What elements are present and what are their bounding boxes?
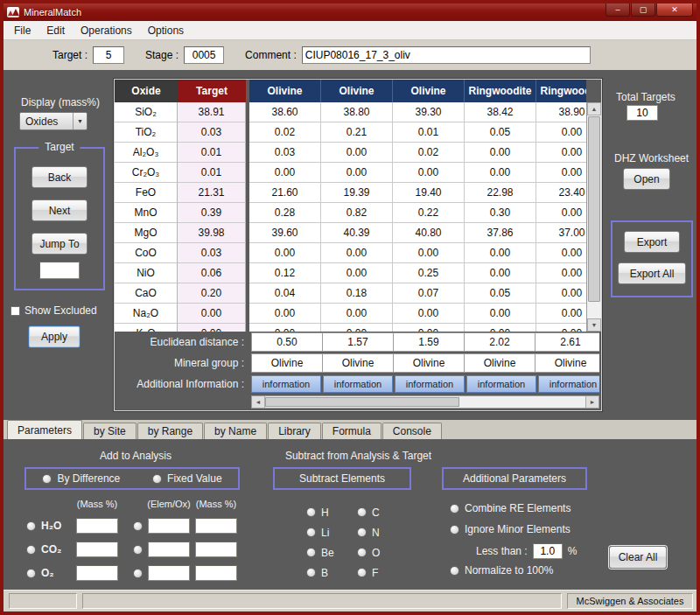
element-radio-be[interactable] — [306, 548, 316, 557]
apply-button[interactable]: Apply — [28, 325, 80, 348]
horizontal-scroll-thumb[interactable] — [265, 397, 459, 407]
additional-parameters-button[interactable]: Additional Parameters — [442, 467, 587, 490]
element-option-h[interactable]: H — [306, 504, 357, 521]
element-radio-h[interactable] — [306, 507, 316, 517]
menu-options[interactable]: Options — [140, 22, 192, 39]
vertical-scroll-track[interactable] — [587, 303, 601, 318]
tab-formula[interactable]: Formula — [322, 423, 382, 439]
horizontal-scroll-track[interactable] — [459, 396, 585, 408]
comment-input[interactable] — [302, 46, 591, 64]
menu-operations[interactable]: Operations — [73, 22, 140, 39]
element-option-o[interactable]: O — [357, 544, 408, 561]
element-radio-n[interactable] — [357, 528, 367, 537]
elem-ox-input[interactable] — [148, 542, 190, 557]
element-radio-o[interactable] — [357, 548, 367, 557]
close-icon[interactable]: ✕ — [656, 3, 693, 17]
total-targets-value: 10 — [626, 105, 658, 121]
element-radio-b[interactable] — [306, 568, 316, 577]
export-all-button[interactable]: Export All — [618, 262, 686, 284]
export-button[interactable]: Export — [624, 231, 680, 253]
compound-mass-input[interactable] — [76, 542, 118, 557]
value-cell: 0.00 — [321, 163, 393, 183]
scroll-left-icon[interactable]: ◄ — [252, 396, 265, 408]
horizontal-scrollbar[interactable]: ◄ ► — [251, 395, 599, 409]
target-value-cell: 0.00 — [178, 324, 246, 332]
clear-all-button[interactable]: Clear All — [609, 546, 667, 569]
scroll-right-icon[interactable]: ► — [585, 396, 598, 408]
jump-to-button[interactable]: Jump To — [32, 233, 88, 255]
by-difference-radio[interactable] — [42, 474, 52, 484]
stage-input[interactable] — [184, 46, 224, 64]
compound-mass-input[interactable] — [76, 518, 118, 534]
menu-file[interactable]: File — [6, 22, 38, 39]
table-row: Cr₂O₃0.010.000.000.000.000.00 — [115, 163, 601, 183]
elem-ox-row — [133, 565, 237, 581]
tab-by-range[interactable]: by Range — [137, 423, 203, 439]
elem-ox-input[interactable] — [148, 518, 190, 534]
back-button[interactable]: Back — [32, 166, 88, 188]
compound-radio-h-o[interactable] — [26, 521, 36, 531]
fixed-value-radio[interactable] — [152, 474, 162, 484]
show-excluded-checkbox[interactable] — [10, 306, 20, 316]
ignore-minor-option[interactable]: Ignore Minor Elements — [450, 523, 570, 535]
information-button[interactable]: information — [466, 375, 536, 393]
elem-ox-radio[interactable] — [133, 545, 143, 555]
elem-ox-radio[interactable] — [133, 521, 143, 531]
tab-by-name[interactable]: by Name — [204, 423, 267, 439]
display-mode-dropdown[interactable]: Oxides ▼ — [19, 112, 88, 130]
title-bar[interactable]: MineralMatch – ▢ ✕ — [4, 3, 696, 21]
value-cell: 0.00 — [393, 304, 465, 324]
compound-radio-co-[interactable] — [26, 545, 36, 555]
element-option-li[interactable]: Li — [306, 524, 357, 541]
element-radio-c[interactable] — [357, 507, 367, 517]
element-option-n[interactable]: N — [357, 524, 408, 541]
combine-re-radio[interactable] — [450, 504, 459, 514]
elem-ox-radio[interactable] — [133, 569, 143, 578]
status-company: McSwiggen & Associates — [567, 593, 693, 609]
minimize-icon[interactable]: – — [606, 3, 630, 17]
tab-parameters[interactable]: Parameters — [7, 420, 82, 439]
tab-console[interactable]: Console — [382, 423, 442, 439]
value-cell: 0.01 — [393, 122, 465, 143]
elem-mass-input[interactable] — [195, 565, 237, 581]
information-button[interactable]: information — [323, 375, 393, 393]
element-radio-li[interactable] — [306, 528, 316, 537]
compound-mass-input[interactable] — [76, 565, 118, 581]
by-difference-option[interactable]: By Difference — [42, 472, 120, 485]
combine-re-option[interactable]: Combine RE Elements — [450, 502, 570, 514]
normalize-radio[interactable] — [450, 566, 459, 576]
elem-mass-input[interactable] — [195, 542, 237, 557]
tab-by-site[interactable]: by Site — [83, 423, 136, 439]
information-button[interactable]: information — [538, 375, 599, 393]
compound-radio-o-[interactable] — [26, 569, 36, 578]
show-excluded-option[interactable]: Show Excluded — [10, 304, 97, 317]
next-button[interactable]: Next — [32, 199, 88, 221]
information-button[interactable]: information — [251, 375, 321, 393]
open-button[interactable]: Open — [623, 168, 670, 190]
target-input[interactable] — [93, 46, 124, 64]
scroll-up-icon[interactable]: ▲ — [587, 102, 601, 115]
vertical-scroll-thumb[interactable] — [588, 116, 600, 302]
display-mode-value: Oxides — [25, 115, 58, 128]
element-option-f[interactable]: F — [357, 564, 408, 581]
normalize-option[interactable]: Normalize to 100% — [450, 564, 553, 577]
element-option-c[interactable]: C — [357, 504, 408, 521]
element-radio-f[interactable] — [357, 568, 367, 577]
element-option-b[interactable]: B — [306, 564, 357, 581]
less-than-input[interactable] — [533, 543, 563, 559]
scroll-down-icon[interactable]: ▼ — [587, 318, 601, 332]
oxide-cell: NiO — [115, 263, 178, 283]
fixed-value-option[interactable]: Fixed Value — [152, 472, 221, 485]
jump-to-input[interactable] — [39, 262, 80, 279]
elem-mass-input[interactable] — [195, 518, 237, 534]
tab-library[interactable]: Library — [268, 423, 321, 439]
elem-ox-input[interactable] — [148, 565, 190, 581]
menu-edit[interactable]: Edit — [38, 22, 73, 39]
export-group: Export Export All — [611, 220, 693, 297]
subtract-elements-button[interactable]: Subtract Elements — [273, 467, 411, 490]
information-button[interactable]: information — [395, 375, 465, 393]
ignore-minor-radio[interactable] — [450, 525, 459, 535]
element-option-be[interactable]: Be — [306, 544, 357, 561]
maximize-icon[interactable]: ▢ — [631, 3, 655, 17]
vertical-scrollbar[interactable]: ▲ ▼ — [586, 102, 601, 332]
